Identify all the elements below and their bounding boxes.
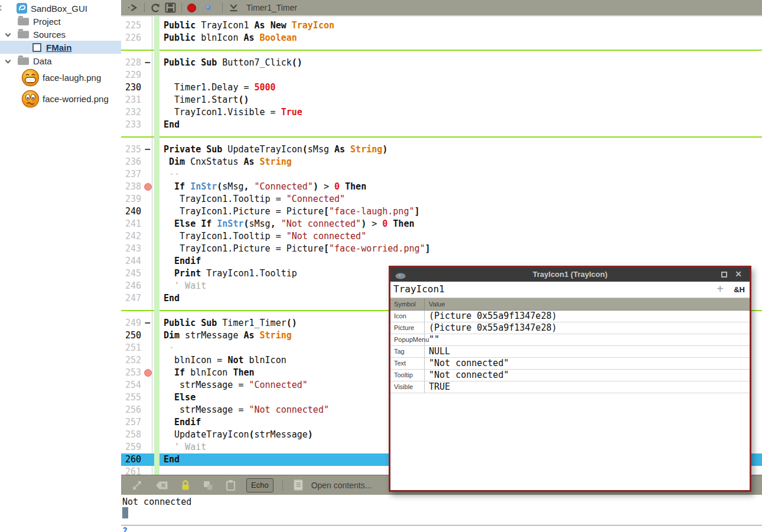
watch-row-text[interactable]: Text"Not connected" <box>390 358 750 370</box>
code-text: Endif <box>164 255 201 267</box>
watch-row-icon[interactable]: Icon(Picture 0x55a9f1347e28) <box>390 311 750 322</box>
code-line-233[interactable]: 233End <box>121 119 762 131</box>
code-line-241[interactable]: 241 Else If InStr(sMsg, "Not connected")… <box>121 218 762 230</box>
breakpoint-icon[interactable] <box>144 183 152 191</box>
line-number[interactable]: 231 <box>121 94 141 106</box>
add-watch-icon[interactable]: + <box>717 282 724 296</box>
paste-console-icon[interactable] <box>226 479 236 491</box>
tree-item-data-folder[interactable]: Data <box>0 54 121 67</box>
code-line-230[interactable]: 230 Timer1.Delay = 5000 <box>121 81 762 94</box>
line-number[interactable]: 258 <box>121 429 141 441</box>
code-line-232[interactable]: 232 TrayIcon1.Visible = True <box>121 106 762 119</box>
code-line-235[interactable]: 235−Private Sub UpdateTrayIcon(sMsg As S… <box>121 143 762 156</box>
close-icon[interactable]: ✕ <box>735 269 742 279</box>
line-number[interactable]: 247 <box>121 292 141 305</box>
echo-toggle-button[interactable]: Echo <box>246 478 273 492</box>
tree-item-face-laugh[interactable]: face-laugh.png <box>0 68 121 88</box>
copy-console-icon[interactable] <box>203 480 213 491</box>
line-number[interactable]: 243 <box>121 243 141 255</box>
line-number[interactable]: 242 <box>121 230 141 243</box>
code-line-238[interactable]: 238 If InStr(sMsg, "Connected") > 0 Then <box>121 181 762 193</box>
tree-item-project-folder[interactable]: Project <box>0 15 121 28</box>
line-number[interactable]: 245 <box>121 267 141 280</box>
line-number[interactable]: 261 <box>121 466 141 475</box>
lock-console-icon[interactable] <box>181 479 190 491</box>
line-number[interactable]: 259 <box>121 441 141 453</box>
line-number[interactable]: 249 <box>121 317 141 329</box>
expand-console-icon[interactable] <box>131 479 143 491</box>
code-line-229[interactable]: 229 <box>121 69 762 81</box>
code-line-237[interactable]: 237 ·· <box>121 168 762 181</box>
record-icon[interactable] <box>187 4 196 12</box>
line-number[interactable]: 233 <box>121 119 141 131</box>
line-number[interactable]: 244 <box>121 255 141 267</box>
tree-item-project-root[interactable]: SandBox_GUI <box>0 2 121 15</box>
line-number[interactable]: 228 <box>121 57 141 69</box>
line-number[interactable]: 254 <box>121 379 141 391</box>
line-number[interactable]: 240 <box>121 205 141 218</box>
line-number[interactable]: 237 <box>121 168 141 181</box>
tree-item-label: face-laugh.png <box>43 73 101 83</box>
hex-toggle[interactable]: &H <box>734 285 745 294</box>
line-number[interactable]: 226 <box>121 32 141 44</box>
fold-collapse-icon[interactable]: − <box>145 317 151 329</box>
clear-console-icon[interactable] <box>155 481 168 490</box>
refresh-icon[interactable] <box>150 3 161 13</box>
line-number[interactable]: 260 <box>121 453 141 466</box>
fold-collapse-icon[interactable]: − <box>145 57 151 68</box>
code-line-226[interactable]: 226Public blnIcon As Boolean <box>121 32 762 44</box>
chevron-down-icon[interactable] <box>5 58 11 64</box>
goto-procedure-icon[interactable] <box>228 3 239 12</box>
line-number[interactable]: 238 <box>121 181 141 193</box>
value-column-header[interactable]: Value <box>425 298 445 310</box>
watch-window-titlebar[interactable]: TrayIcon1 (TrayIcon) ✕ <box>390 267 750 282</box>
line-number[interactable]: 230 <box>121 81 141 94</box>
line-number[interactable]: 251 <box>121 342 141 354</box>
console-output[interactable]: Not connected <box>121 495 762 527</box>
breakpoint-icon[interactable] <box>144 369 152 377</box>
code-line-239[interactable]: 239 TrayIcon1.Tooltip = "Connected" <box>121 193 762 205</box>
line-number[interactable]: 232 <box>121 106 141 119</box>
current-procedure-label[interactable]: Timer1_Timer <box>246 3 297 12</box>
line-number[interactable]: 257 <box>121 416 141 429</box>
line-number[interactable]: 255 <box>121 391 141 404</box>
watch-object-name[interactable]: TrayIcon1 <box>393 283 445 295</box>
watch-eye-icon[interactable] <box>203 4 214 11</box>
code-line-228[interactable]: 228−Public Sub Button7_Click() <box>121 57 762 69</box>
tree-item-face-worried[interactable]: face-worried.png <box>0 89 121 109</box>
code-line-242[interactable]: 242 TrayIcon1.Tooltip = "Not connected" <box>121 230 762 243</box>
fold-collapse-icon[interactable]: − <box>145 143 151 155</box>
watch-row-visible[interactable]: VisibleTRUE <box>390 381 750 393</box>
open-contents-icon[interactable] <box>294 479 303 491</box>
line-number[interactable]: 239 <box>121 193 141 205</box>
code-line-240[interactable]: 240 TrayIcon1.Picture = Picture["face-la… <box>121 205 762 218</box>
line-number[interactable]: 252 <box>121 354 141 367</box>
code-line-236[interactable]: 236 Dim CnxStatus As String <box>121 156 762 168</box>
code-line-243[interactable]: 243 TrayIcon1.Picture = Picture["face-wo… <box>121 243 762 255</box>
maximize-icon[interactable] <box>721 272 727 278</box>
step-forward-icon[interactable] <box>127 3 139 12</box>
line-number[interactable]: 250 <box>121 329 141 342</box>
line-number[interactable]: 246 <box>121 280 141 292</box>
code-line-225[interactable]: 225Public TrayIcon1 As New TrayIcon <box>121 19 762 32</box>
line-number[interactable]: 235 <box>121 143 141 156</box>
line-number[interactable]: 256 <box>121 404 141 416</box>
line-number[interactable]: 241 <box>121 218 141 230</box>
console-prompt[interactable]: ? <box>122 526 128 532</box>
line-number[interactable]: 236 <box>121 156 141 168</box>
line-number[interactable]: 229 <box>121 69 141 81</box>
tree-item-sources-folder[interactable]: Sources <box>0 28 121 41</box>
line-number[interactable]: 253 <box>121 367 141 379</box>
symbol-column-header[interactable]: Symbol <box>390 298 425 310</box>
watch-row-tag[interactable]: TagNULL <box>390 346 750 358</box>
watch-row-tooltip[interactable]: Tooltip"Not connected" <box>390 370 750 381</box>
line-number[interactable]: 225 <box>121 19 141 32</box>
tree-item-fmain[interactable]: FMain <box>0 41 121 54</box>
chevron-left-icon[interactable] <box>0 5 4 11</box>
watch-row-popupmenu[interactable]: PopupMenu"" <box>390 334 750 346</box>
save-icon[interactable] <box>165 2 176 13</box>
watch-row-picture[interactable]: Picture(Picture 0x55a9f1347e28) <box>390 322 750 334</box>
chevron-down-icon[interactable] <box>5 31 11 37</box>
code-line-231[interactable]: 231 Timer1.Start() <box>121 94 762 106</box>
open-contents-label[interactable]: Open contents... <box>311 481 372 490</box>
